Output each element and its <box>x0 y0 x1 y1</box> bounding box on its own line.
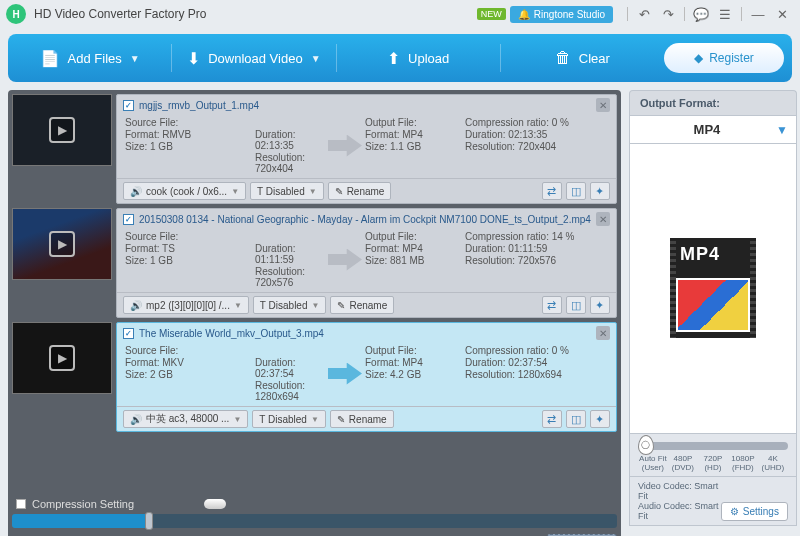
slider-pin-icon[interactable]: ◯ <box>638 435 654 455</box>
play-icon[interactable]: ▶ <box>49 231 75 257</box>
audio-track-dropdown[interactable]: 🔊cook (cook / 0x6...▼ <box>123 182 246 200</box>
diamond-icon: ◆ <box>694 51 703 65</box>
resolution-option[interactable]: Auto Fit(User) <box>638 454 668 472</box>
undo-icon[interactable]: ↶ <box>632 7 656 22</box>
arrow-right-icon <box>328 249 362 271</box>
crop-icon: ◫ <box>571 185 581 198</box>
app-logo: H <box>6 4 26 24</box>
audio-icon: 🔊 <box>130 300 142 311</box>
slider-handle[interactable] <box>145 512 153 530</box>
file-checkbox[interactable]: ✓ <box>123 328 134 339</box>
rename-button[interactable]: ✎Rename <box>330 410 394 428</box>
shuffle-icon: ⇄ <box>547 299 556 312</box>
remove-file-button[interactable]: ✕ <box>596 326 610 340</box>
redo-icon[interactable]: ↷ <box>656 7 680 22</box>
resolution-option[interactable]: 720P(HD) <box>698 454 728 472</box>
file-row[interactable]: ▶✓mgjjs_rmvb_Output_1.mp4✕Source File:Fo… <box>12 94 617 204</box>
output-format-panel: Output Format: MP4 ▼ MP4 ◯ Auto Fit(User… <box>629 90 797 536</box>
pencil-icon: ✎ <box>335 186 343 197</box>
title-bar: H HD Video Converter Factory Pro NEW 🔔Ri… <box>0 0 800 28</box>
crop-icon: ◫ <box>571 299 581 312</box>
play-icon[interactable]: ▶ <box>49 345 75 371</box>
ringtone-studio-button[interactable]: 🔔Ringtone Studio <box>510 6 613 23</box>
audio-track-dropdown[interactable]: 🔊mp2 ([3][0][0][0] /...▼ <box>123 296 249 314</box>
rename-button[interactable]: ✎Rename <box>330 296 394 314</box>
add-file-icon: 📄 <box>40 49 60 68</box>
new-badge: NEW <box>477 8 506 20</box>
sparkle-icon: ✦ <box>595 413 604 426</box>
compression-label: Compression Setting <box>12 492 617 512</box>
close-icon[interactable]: ✕ <box>770 7 794 22</box>
feedback-icon[interactable]: 💬 <box>689 7 713 22</box>
caret-down-icon: ▼ <box>311 53 321 64</box>
shuffle-button[interactable]: ⇄ <box>542 296 562 314</box>
file-row[interactable]: ▶✓20150308 0134 - National Geographic - … <box>12 208 617 318</box>
add-files-button[interactable]: 📄Add Files▼ <box>16 41 163 75</box>
clear-button[interactable]: 🗑Clear <box>509 41 656 75</box>
shuffle-button[interactable]: ⇄ <box>542 182 562 200</box>
minimize-icon[interactable]: — <box>746 7 770 22</box>
effects-button[interactable]: ✦ <box>590 410 610 428</box>
subtitle-dropdown[interactable]: T Disabled▼ <box>250 182 324 200</box>
file-row[interactable]: ▶✓The Miserable World_mkv_Output_3.mp4✕S… <box>12 322 617 432</box>
output-format-selector[interactable]: MP4 ▼ <box>629 115 797 144</box>
audio-track-dropdown[interactable]: 🔊中英 ac3, 48000 ...▼ <box>123 410 248 428</box>
pencil-icon: ✎ <box>337 300 345 311</box>
caret-down-icon: ▼ <box>311 415 319 424</box>
audio-icon: 🔊 <box>130 186 142 197</box>
caret-down-icon: ▼ <box>231 187 239 196</box>
trim-button[interactable]: ◫ <box>566 410 586 428</box>
menu-icon[interactable]: ☰ <box>713 7 737 22</box>
file-thumbnail[interactable]: ▶ <box>12 94 112 166</box>
caret-down-icon: ▼ <box>311 301 319 310</box>
trim-button[interactable]: ◫ <box>566 182 586 200</box>
file-card: ✓mgjjs_rmvb_Output_1.mp4✕Source File:For… <box>116 94 617 204</box>
format-preview: MP4 <box>629 144 797 434</box>
caret-down-icon: ▼ <box>309 187 317 196</box>
settings-button[interactable]: ⚙Settings <box>721 502 788 521</box>
effects-button[interactable]: ✦ <box>590 182 610 200</box>
resolution-slider[interactable]: ◯ Auto Fit(User)480P(DVD)720P(HD)1080P(F… <box>629 434 797 477</box>
gear-icon: ⚙ <box>730 506 739 517</box>
shuffle-button[interactable]: ⇄ <box>542 410 562 428</box>
shuffle-icon: ⇄ <box>547 413 556 426</box>
play-icon[interactable]: ▶ <box>49 117 75 143</box>
compression-progress[interactable] <box>12 514 617 528</box>
crop-icon: ◫ <box>571 413 581 426</box>
download-video-button[interactable]: ⬇Download Video▼ <box>180 41 327 75</box>
file-checkbox[interactable]: ✓ <box>123 214 134 225</box>
file-checkbox[interactable]: ✓ <box>123 100 134 111</box>
resolution-option[interactable]: 1080P(FHD) <box>728 454 758 472</box>
trim-button[interactable]: ◫ <box>566 296 586 314</box>
pencil-icon: ✎ <box>337 414 345 425</box>
file-list: ▶✓mgjjs_rmvb_Output_1.mp4✕Source File:Fo… <box>12 94 617 436</box>
resolution-option[interactable]: 480P(DVD) <box>668 454 698 472</box>
file-list-pane: ▶✓mgjjs_rmvb_Output_1.mp4✕Source File:Fo… <box>8 90 621 536</box>
file-card: ✓20150308 0134 - National Geographic - M… <box>116 208 617 318</box>
app-title: HD Video Converter Factory Pro <box>34 7 207 21</box>
format-label: MP4 <box>638 122 776 137</box>
main-area: ▶✓mgjjs_rmvb_Output_1.mp4✕Source File:Fo… <box>0 90 800 536</box>
file-thumbnail[interactable]: ▶ <box>12 322 112 394</box>
caret-down-icon: ▼ <box>776 123 788 137</box>
rename-button[interactable]: ✎Rename <box>328 182 392 200</box>
register-button[interactable]: ◆Register <box>664 43 784 73</box>
remove-file-button[interactable]: ✕ <box>596 98 610 112</box>
trash-icon: 🗑 <box>555 49 571 67</box>
upload-button[interactable]: ⬆Upload <box>345 41 492 75</box>
shuffle-icon: ⇄ <box>547 185 556 198</box>
resolution-option[interactable]: 4K(UHD) <box>758 454 788 472</box>
effects-button[interactable]: ✦ <box>590 296 610 314</box>
sparkle-icon: ✦ <box>595 185 604 198</box>
caret-down-icon: ▼ <box>130 53 140 64</box>
file-card: ✓The Miserable World_mkv_Output_3.mp4✕So… <box>116 322 617 432</box>
codec-info: Video Codec: Smart Fit Audio Codec: Smar… <box>629 477 797 526</box>
arrow-right-icon <box>328 135 362 157</box>
subtitle-dropdown[interactable]: T Disabled▼ <box>252 410 326 428</box>
file-thumbnail[interactable]: ▶ <box>12 208 112 280</box>
remove-file-button[interactable]: ✕ <box>596 212 610 226</box>
file-name: 20150308 0134 - National Geographic - Ma… <box>139 214 591 225</box>
output-format-header: Output Format: <box>629 90 797 115</box>
sparkle-icon: ✦ <box>595 299 604 312</box>
subtitle-dropdown[interactable]: T Disabled▼ <box>253 296 327 314</box>
